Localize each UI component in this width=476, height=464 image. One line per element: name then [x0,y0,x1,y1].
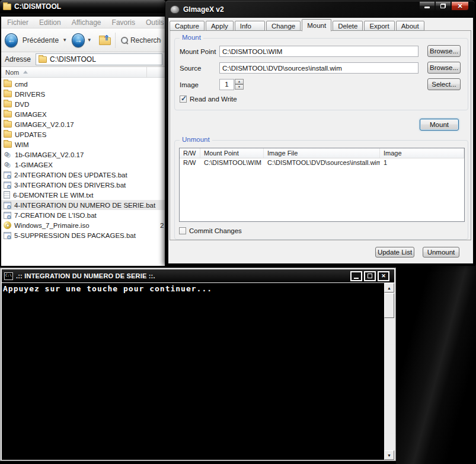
commit-changes-checkbox[interactable]: Commit Changes [179,227,242,234]
back-dropdown-icon[interactable]: ▼ [62,37,67,43]
console-titlebar[interactable]: .:: INTEGRATION DU NUMERO DE SERIE ::. ✕ [2,269,394,282]
tab-change[interactable]: Change [266,21,301,31]
sort-ascending-icon [23,71,28,74]
close-button[interactable]: ✕ [378,271,389,281]
column-header-name[interactable]: Nom [1,67,147,77]
list-item[interactable]: GIMAGEX [1,109,165,119]
mount-button[interactable]: Mount [420,119,459,131]
menu-fichier[interactable]: Fichier [7,18,28,27]
disc-image-icon [4,221,11,229]
search-icon[interactable] [120,36,128,45]
source-input[interactable] [219,62,419,74]
explorer-toolbar: ← Précédente ▼ → ▼ ⇑ Recherche [1,28,165,52]
file-list: cmd DRIVERS DVD GIMAGEX GIMAGEX_V2.0.17 … [1,78,165,266]
address-input[interactable]: C:\DISMTOOL [36,53,162,65]
spinner-up-button[interactable]: ▲ [235,79,244,84]
list-item[interactable]: DVD [1,99,165,109]
up-folder-button[interactable]: ⇑ [99,35,111,45]
scroll-down-button[interactable]: ▼ [384,450,394,460]
tab-info[interactable]: Info [235,21,265,31]
tab-about[interactable]: About [396,21,424,31]
explorer-window: C:\DISMTOOL Fichier Edition Affichage Fa… [0,0,166,267]
close-icon: ✕ [457,2,462,10]
menu-affichage[interactable]: Affichage [72,18,101,27]
mount-point-browse-button[interactable]: Browse... [427,45,461,57]
list-item[interactable]: 1-GIMAGEX [1,160,165,170]
mounted-images-list[interactable]: R/W Mount Point Image File Image R/W C:\… [179,148,465,222]
unmount-button[interactable]: Unmount [423,247,459,258]
source-browse-button[interactable]: Browse... [427,62,461,74]
minimize-icon [354,278,359,279]
table-row[interactable]: R/W C:\DISMTOOL\WIM C:\DISMTOOL\DVD\sour… [180,158,464,167]
maximize-icon [368,274,372,278]
up-arrow-icon: ⇑ [103,34,109,42]
scroll-up-button[interactable]: ▲ [384,283,394,293]
minimize-button[interactable] [419,1,435,11]
forward-dropdown-icon[interactable]: ▼ [87,37,92,43]
tab-export[interactable]: Export [364,21,394,31]
forward-button[interactable]: → [72,33,85,47]
image-spinner-value[interactable]: 1 [219,79,234,90]
list-item[interactable]: cmd [1,79,165,89]
list-item[interactable]: Windows_7_Primaire.iso2 [1,220,165,230]
column-image[interactable]: Image [380,148,464,158]
menu-favoris[interactable]: Favoris [112,18,135,27]
list-item[interactable]: UPDATES [1,129,165,139]
list-item[interactable]: DRIVERS [1,89,165,99]
image-label: Image [180,81,199,88]
list-item[interactable]: WIM [1,139,165,150]
tab-mount[interactable]: Mount [302,19,331,31]
console-text: Appuyez sur une touche pour continuer... [3,284,212,293]
tab-apply[interactable]: Apply [206,21,234,31]
read-write-checkbox[interactable]: Read and Write [180,96,237,103]
window-title: GImageX v2 [183,5,224,14]
console-caption-buttons: ✕ [350,271,389,281]
list-item[interactable]: 3-INTEGRATION DES DRIVERS.bat [1,180,165,190]
console-output[interactable]: Appuyez sur une touche pour continuer...… [2,283,394,460]
list-item[interactable]: 7-CREATION DE L'ISO.bat [1,210,165,220]
console-title: .:: INTEGRATION DU NUMERO DE SERIE ::. [16,272,347,279]
maximize-button[interactable] [435,1,451,11]
console-window: .:: INTEGRATION DU NUMERO DE SERIE ::. ✕… [0,268,396,461]
source-label: Source [180,65,201,72]
list-item[interactable]: 2-INTEGRATION DES UPDATES.bat [1,170,165,180]
unmount-group-label: Unmount [180,136,212,143]
column-rw[interactable]: R/W [180,148,200,158]
scrollbar[interactable]: ▲ ▼ [384,283,394,460]
menu-edition[interactable]: Edition [39,18,61,27]
menu-outils[interactable]: Outils [146,18,164,27]
column-image-file[interactable]: Image File [264,148,380,158]
list-item[interactable]: GIMAGEX_V2.0.17 [1,119,165,129]
window-title: C:\DISMTOOL [14,2,61,11]
column-header-size[interactable] [147,67,165,77]
list-item-selected[interactable]: 4-INTEGRATION DU NUMERO DE SERIE.bat [1,200,165,210]
desktop-background [396,265,476,464]
batch-file-icon [4,202,11,209]
list-header-row: R/W Mount Point Image File Image [180,148,464,158]
image-spinner: 1 ▲ ▼ [219,79,244,90]
menu-bar: Fichier Edition Affichage Favoris Outils… [1,17,165,28]
image-select-button[interactable]: Select... [427,78,461,90]
search-label[interactable]: Recherche [130,36,161,45]
explorer-titlebar[interactable]: C:\DISMTOOL [0,0,166,13]
update-list-button[interactable]: Update List [375,247,414,258]
list-item[interactable]: 6-DEMONTER LE WIM.txt [1,190,165,200]
read-write-label: Read and Write [190,96,237,103]
list-item[interactable]: 5-SUPPRESSION DES PACKAGES.bat [1,230,165,240]
column-mount-point[interactable]: Mount Point [200,148,264,158]
gimagex-window: GImageX v2 ✕ Capture Apply Info Change M… [165,0,475,266]
tab-delete[interactable]: Delete [333,21,363,31]
tab-capture[interactable]: Capture [170,21,205,31]
command-prompt-icon [4,272,13,280]
spinner-down-button[interactable]: ▼ [235,84,244,90]
close-button[interactable]: ✕ [451,1,469,11]
maximize-button[interactable] [364,271,376,281]
unmount-group: Unmount R/W Mount Point Image File Image… [174,140,468,240]
minimize-button[interactable] [350,271,362,281]
scrollbar-thumb[interactable] [384,293,394,318]
list-item[interactable]: 1b-GIMAGEX_V2.0.17 [1,150,165,160]
mount-point-input[interactable] [219,46,419,57]
mount-tab-page: Mount Mount Point Browse... Source Brows… [170,30,471,240]
address-bar: Adresse C:\DISMTOOL [1,52,165,67]
back-button[interactable]: ← [5,33,18,47]
